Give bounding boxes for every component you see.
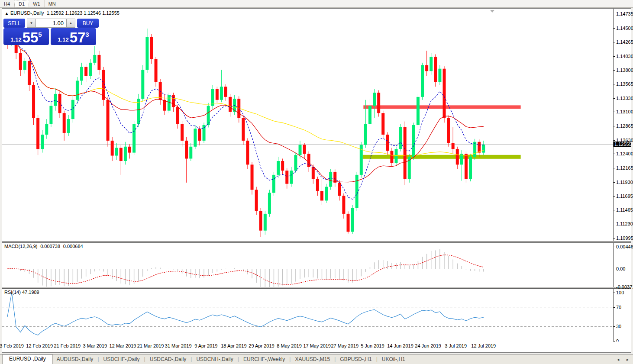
timeframe-button-w1[interactable]: W1	[29, 0, 45, 7]
date-axis: 3 Feb 201912 Feb 201921 Feb 20193 Mar 20…	[2, 341, 631, 352]
buy-button[interactable]: BUY	[77, 19, 99, 28]
date-axis-label: 21 Mar 2019	[137, 343, 164, 348]
macd-axis-label: 0.00	[614, 266, 625, 271]
macd-signal-line	[7, 255, 484, 284]
chart-tab-xauusd[interactable]: XAUUSD-,M15	[291, 355, 334, 364]
price-axis-label: 1.13565	[614, 81, 633, 87]
one-click-trade-panel: SELL ▼ ▲ BUY 1.12 55 5 1.12	[3, 19, 100, 45]
price-axis-label: 1.12165	[614, 165, 633, 171]
macd-plot-area[interactable]: MACD(12,26,9) -0.000738 -0.000684	[2, 243, 614, 287]
price-axis-label: 1.11930	[614, 180, 633, 185]
price-axis-label: 1.12865	[614, 123, 633, 129]
volume-increase-button[interactable]: ▲	[66, 19, 75, 28]
macd-histogram	[7, 249, 484, 287]
sell-price-big: 55	[23, 31, 39, 44]
date-axis-label: 5 Jun 2019	[361, 343, 384, 348]
macd-chart	[2, 243, 614, 287]
date-axis-label: 12 Jul 2019	[471, 343, 496, 348]
ma-medium-line	[7, 37, 484, 182]
rsi-line	[7, 293, 484, 335]
tab-scroll-right-icon[interactable]: ▸	[627, 357, 629, 362]
buy-price-big: 57	[70, 31, 86, 44]
price-axis-label: 1.14265	[614, 39, 633, 45]
rsi-axis-label: 30	[614, 324, 621, 329]
date-axis-label: 24 Jun 2019	[415, 343, 441, 348]
tab-scroll-arrows: ◂ ▸	[611, 357, 629, 364]
sell-price-pip: 5	[38, 31, 42, 38]
rsi-axis-label: 70	[614, 305, 621, 310]
chart-tab-gbpusd[interactable]: GBPUSD-,H1	[336, 355, 376, 364]
date-axis-label: 3 Mar 2019	[83, 343, 107, 348]
rsi-axis-label: 100	[614, 290, 624, 295]
chart-window: ▲EURUSD-,Daily 1.12592 1.12623 1.12546 1…	[2, 8, 631, 353]
date-axis-label: 12 Feb 2019	[26, 343, 53, 348]
date-axis-label: 3 Feb 2019	[0, 343, 24, 348]
price-chart-panel: ▲EURUSD-,Daily 1.12592 1.12623 1.12546 1…	[2, 9, 631, 241]
date-axis-label: 29 Apr 2019	[249, 343, 274, 348]
buy-quote-box[interactable]: 1.12 57 3	[51, 28, 96, 45]
chart-tab-usdchf[interactable]: USDCHF-,Daily	[99, 355, 144, 364]
chart-tab-usdcad[interactable]: USDCAD-,Daily	[145, 355, 191, 364]
price-axis-label: 1.11465	[614, 207, 633, 213]
macd-label: MACD(12,26,9) -0.000738 -0.000684	[4, 244, 83, 249]
timeframe-button-h4[interactable]: H4	[0, 0, 14, 7]
rsi-axis: 10070300	[614, 289, 631, 341]
chart-shift-marker-icon[interactable]	[490, 10, 494, 13]
macd-axis-label: 0.004465	[614, 244, 633, 249]
ma-fast-line	[7, 39, 484, 199]
current-price-tag: 1.12555	[614, 142, 631, 147]
date-axis-label: 18 Apr 2019	[221, 343, 246, 348]
volume-decrease-button[interactable]: ▼	[27, 19, 36, 28]
date-axis-label: 12 Mar 2019	[110, 343, 136, 348]
macd-axis: 0.0044650.00-0.003715	[614, 243, 631, 287]
date-axis-label: 31 Mar 2019	[165, 343, 192, 348]
date-axis-label: 17 May 2019	[303, 343, 331, 348]
timeframe-button-d1[interactable]: D1	[14, 0, 29, 7]
resistance-line	[363, 105, 520, 109]
date-axis-label: 9 Apr 2019	[194, 343, 217, 348]
rsi-plot-area[interactable]: RSI(14) 47.1989	[2, 289, 614, 341]
symbol-title: EURUSD-,Daily	[10, 10, 44, 16]
price-axis-label: 1.13100	[614, 109, 633, 114]
date-axis-label: 8 May 2019	[277, 343, 301, 348]
sell-button[interactable]: SELL	[3, 19, 25, 28]
price-plot-area[interactable]: ▲EURUSD-,Daily 1.12592 1.12623 1.12546 1…	[2, 9, 614, 241]
price-axis-label: 1.14735	[614, 11, 633, 16]
sell-quote-box[interactable]: 1.12 55 5	[3, 28, 49, 45]
rsi-label: RSI(14) 47.1989	[4, 290, 39, 295]
price-axis-label: 1.14500	[614, 26, 633, 31]
date-axis-label: 3 Jul 2019	[445, 343, 467, 348]
chart-tab-audusd[interactable]: AUDUSD-,Daily	[52, 355, 98, 364]
price-axis-label: 1.11230	[614, 221, 633, 226]
ma-slow-line	[7, 37, 484, 156]
tab-scroll-left-icon[interactable]: ◂	[617, 357, 619, 362]
collapse-quote-panel-icon[interactable]: ▲	[5, 11, 9, 16]
buy-price-prefix: 1.12	[58, 36, 68, 43]
price-axis-label: 1.13330	[614, 96, 633, 101]
symbol-header: ▲EURUSD-,Daily 1.12592 1.12623 1.12546 1…	[5, 10, 119, 16]
rsi-chart	[2, 289, 614, 341]
support-line	[362, 155, 520, 159]
rsi-panel: RSI(14) 47.1989 10070300	[2, 289, 631, 341]
date-axis-label: 27 May 2019	[331, 343, 358, 348]
sell-price-prefix: 1.12	[10, 36, 21, 43]
timeframe-button-mn[interactable]: MN	[45, 0, 60, 7]
chart-tab-ukoil[interactable]: UKOil-,H1	[378, 355, 410, 364]
buy-price-pip: 3	[85, 31, 89, 38]
price-axis-label: 1.11695	[614, 193, 633, 199]
date-axis-label: 21 Feb 2019	[54, 343, 81, 348]
price-axis-label: 1.13800	[614, 68, 633, 73]
macd-panel: MACD(12,26,9) -0.000738 -0.000684 0.0044…	[2, 243, 631, 287]
chart-tab-bar: EURUSD-,DailyAUDUSD-,Daily|USDCHF-,Daily…	[0, 354, 633, 364]
chart-tab-eurchf[interactable]: EURCHF-,Weekly	[239, 355, 289, 364]
price-axis-label: 1.12400	[614, 151, 633, 156]
timeframe-toolbar: H4D1W1MN	[0, 0, 633, 8]
ohlc-quote: 1.12592 1.12623 1.12546 1.12555	[47, 10, 119, 16]
price-axis-label: 1.10995	[614, 235, 633, 241]
date-axis-label: 14 Jun 2019	[387, 343, 413, 348]
chart-tab-usdcnh[interactable]: USDCNH-,Daily	[192, 355, 237, 364]
price-axis: 1.12555 1.147351.145001.142651.140301.13…	[614, 9, 631, 241]
candles-layer	[6, 27, 485, 237]
chart-tab-eurusd[interactable]: EURUSD-,Daily	[3, 354, 52, 364]
volume-input[interactable]	[36, 19, 66, 28]
